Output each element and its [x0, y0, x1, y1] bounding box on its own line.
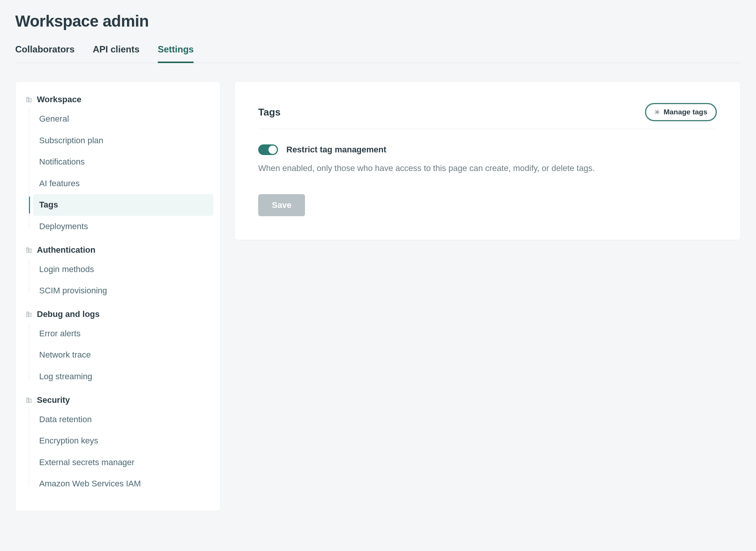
restrict-toggle-label: Restrict tag management — [286, 145, 386, 155]
sidebar-item-external-secrets-manager[interactable]: External secrets manager — [33, 452, 213, 473]
building-icon — [25, 247, 32, 253]
svg-rect-17 — [29, 315, 30, 316]
gear-icon — [654, 109, 660, 115]
sidebar-item-data-retention[interactable]: Data retention — [33, 409, 213, 431]
settings-sidebar: Workspace General Subscription plan Noti… — [15, 81, 221, 511]
sidebar-item-notifications[interactable]: Notifications — [33, 151, 213, 173]
restrict-toggle-row: Restrict tag management — [258, 144, 717, 155]
card-header: Tags Manage tags — [258, 103, 717, 129]
svg-rect-8 — [27, 249, 28, 249]
sidebar-group-workspace: Workspace General Subscription plan Noti… — [22, 92, 213, 238]
svg-rect-5 — [29, 100, 30, 101]
svg-point-24 — [656, 111, 658, 113]
sidebar-group-authentication: Authentication Login methods SCIM provis… — [22, 243, 213, 302]
page-title: Workspace admin — [15, 12, 741, 30]
sidebar-group-title: Authentication — [37, 245, 95, 255]
svg-rect-1 — [29, 98, 31, 102]
sidebar-group-header: Authentication — [22, 243, 213, 259]
building-icon — [25, 311, 32, 318]
svg-rect-21 — [27, 400, 28, 401]
sidebar-group-title: Workspace — [37, 95, 81, 104]
svg-rect-10 — [29, 250, 30, 250]
svg-rect-11 — [29, 251, 30, 252]
sidebar-group-header: Workspace — [22, 92, 213, 108]
sidebar-group-header: Security — [22, 393, 213, 409]
sidebar-item-network-trace[interactable]: Network trace — [33, 344, 213, 366]
sidebar-group-debug-and-logs: Debug and logs Error alerts Network trac… — [22, 307, 213, 388]
svg-rect-2 — [27, 98, 28, 99]
sidebar-group-title: Debug and logs — [37, 309, 100, 319]
sidebar-item-login-methods[interactable]: Login methods — [33, 259, 213, 280]
main-card: Tags Manage tags Restrict tag management — [234, 81, 741, 240]
tabs: Collaborators API clients Settings — [15, 44, 741, 63]
sidebar-item-general[interactable]: General — [33, 108, 213, 130]
svg-rect-3 — [27, 99, 28, 100]
svg-rect-22 — [29, 400, 30, 401]
toggle-knob — [268, 146, 277, 154]
sidebar-group-title: Security — [37, 395, 70, 405]
sidebar-item-deployments[interactable]: Deployments — [33, 216, 213, 238]
sidebar-item-log-streaming[interactable]: Log streaming — [33, 366, 213, 388]
svg-rect-7 — [29, 249, 31, 252]
save-button[interactable]: Save — [258, 194, 305, 216]
tab-settings[interactable]: Settings — [158, 44, 194, 63]
building-icon — [25, 397, 32, 404]
svg-rect-15 — [27, 314, 28, 315]
svg-rect-14 — [27, 313, 28, 314]
restrict-toggle[interactable] — [258, 144, 278, 155]
tab-api-clients[interactable]: API clients — [93, 44, 140, 63]
svg-rect-20 — [27, 399, 28, 399]
card-title: Tags — [258, 106, 281, 118]
svg-rect-16 — [29, 314, 30, 315]
sidebar-item-tags[interactable]: Tags — [33, 194, 213, 216]
restrict-toggle-description: When enabled, only those who have access… — [258, 162, 717, 174]
svg-rect-4 — [29, 99, 30, 100]
svg-rect-23 — [29, 401, 30, 402]
svg-rect-13 — [29, 313, 31, 317]
sidebar-group-security: Security Data retention Encryption keys … — [22, 393, 213, 495]
manage-tags-button[interactable]: Manage tags — [645, 103, 717, 121]
sidebar-item-subscription-plan[interactable]: Subscription plan — [33, 130, 213, 152]
building-icon — [25, 96, 32, 103]
sidebar-item-aws-iam[interactable]: Amazon Web Services IAM — [33, 473, 213, 495]
sidebar-item-encryption-keys[interactable]: Encryption keys — [33, 430, 213, 452]
svg-rect-9 — [27, 250, 28, 250]
sidebar-group-header: Debug and logs — [22, 307, 213, 323]
sidebar-item-scim-provisioning[interactable]: SCIM provisioning — [33, 280, 213, 302]
tab-collaborators[interactable]: Collaborators — [15, 44, 75, 63]
manage-tags-button-label: Manage tags — [664, 108, 707, 116]
svg-rect-19 — [29, 399, 31, 402]
sidebar-item-error-alerts[interactable]: Error alerts — [33, 323, 213, 345]
sidebar-item-ai-features[interactable]: AI features — [33, 173, 213, 195]
